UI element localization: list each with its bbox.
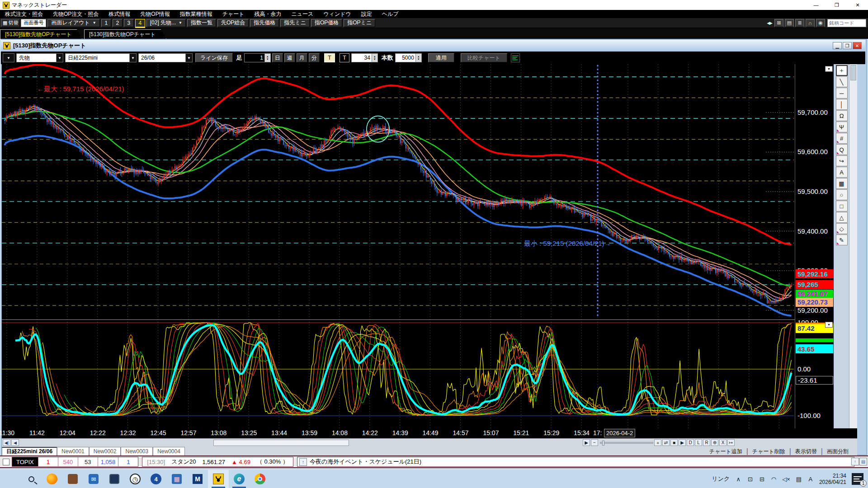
zoom-button-11[interactable]: X (719, 439, 726, 446)
zoom-button-7[interactable]: D (687, 439, 694, 446)
menu-item-2[interactable]: 先物OP注文・照会 (48, 10, 104, 18)
period-button-3[interactable]: 月 (297, 53, 307, 62)
t-param-label[interactable]: T (340, 53, 349, 62)
screen-number-1[interactable]: 1 (101, 19, 111, 27)
spinner-icon[interactable]: ▲▼ (372, 54, 377, 62)
preset-dropdown[interactable]: [02] 先物...▼ (146, 19, 186, 27)
tick-toggle-button[interactable]: T (324, 53, 335, 62)
chart-style-dropdown[interactable]: ▼ (3, 53, 14, 62)
taskbar-mail-icon[interactable]: ✉ (83, 470, 104, 488)
zoom-button-1[interactable]: ▶ (583, 439, 590, 446)
close-window-icon[interactable]: ⊠ (774, 19, 783, 27)
chart-tab-5[interactable]: New0004 (153, 447, 185, 455)
status-right-button-1[interactable]: ↑ (851, 458, 859, 465)
symbol-dropdown[interactable]: 日経225mini▼ (65, 53, 137, 62)
ellipse-tool[interactable]: ○ (836, 189, 848, 200)
workspace-tab-1[interactable]: [5130]指数先物OPチャート (0, 29, 82, 39)
line-save-button[interactable]: ライン保存 (195, 53, 233, 62)
quick-button-4[interactable]: 指先ミニ (280, 19, 310, 27)
tray-mute-icon[interactable]: ◁× (782, 476, 790, 483)
start-button[interactable] (0, 470, 21, 488)
category-dropdown[interactable]: 先物▼ (16, 53, 63, 62)
menu-item-11[interactable]: ヘルプ (377, 10, 404, 18)
tray-wifi-icon[interactable]: ◠ (770, 476, 777, 483)
status-checkbox[interactable] (3, 459, 9, 465)
taskbar-mt4-icon[interactable]: 4 (146, 470, 166, 488)
menu-item-4[interactable]: 先物OP情報 (135, 10, 175, 18)
screen-number-2[interactable]: 2 (113, 19, 123, 27)
screen-number-3[interactable]: 3 (124, 19, 134, 27)
eraser-tool[interactable]: ◇ (836, 223, 848, 234)
app-maximize-button[interactable]: ❐ (826, 0, 847, 10)
menu-item-8[interactable]: ニュース (287, 10, 319, 18)
zoom-button-6[interactable]: ▶ (679, 439, 686, 446)
window-minimize-button[interactable]: ▁ (833, 42, 842, 49)
news-up-icon[interactable]: ↑ (299, 458, 307, 466)
period-button-2[interactable]: 週 (284, 53, 295, 62)
taskbar-m-app-icon[interactable]: M (187, 470, 208, 488)
triangle-tool[interactable]: △ (836, 212, 848, 223)
chart-tab-3[interactable]: New0002 (89, 447, 121, 455)
chart-plot[interactable] (2, 64, 795, 428)
bar-interval-stepper[interactable]: 1▲▼ (244, 53, 271, 62)
workspace-tab-2[interactable]: [5130]指数先物OPチャート (84, 29, 166, 39)
chart-tab-1[interactable]: 日経225mini 26/06 (2, 447, 57, 455)
menu-item-1[interactable]: 株式注文・照会 (0, 10, 48, 18)
oscillator-scale-dropdown-icon[interactable]: ▼ (825, 322, 833, 328)
trendline-tool[interactable]: ╲ (836, 76, 848, 87)
menu-item-9[interactable]: ウィンドウ (318, 10, 356, 18)
zoom-button-12[interactable]: ↦ (727, 439, 735, 446)
quick-button-6[interactable]: 指OPミニ (344, 19, 375, 27)
scroll-back-button-1[interactable]: ◀| (3, 439, 10, 446)
tray-battery-icon[interactable]: ⊟ (759, 476, 765, 483)
bottom-link-4[interactable]: 画面分割 (825, 448, 851, 455)
app-minimize-button[interactable]: — (806, 0, 826, 10)
zoom-button-8[interactable]: L (695, 439, 702, 446)
quote-note-tool[interactable]: Q (836, 144, 848, 155)
rectangle-tool[interactable]: □ (836, 201, 848, 211)
taskbar-monex-icon[interactable] (208, 470, 229, 488)
quick-button-5[interactable]: 指OP価格 (311, 19, 342, 27)
bar-count-stepper[interactable]: 5000▲▼ (395, 53, 422, 62)
zoom-button-10[interactable]: ⊕ (711, 439, 718, 446)
taskbar-firefox-icon[interactable] (42, 470, 62, 488)
toolbar-nav-arrows-icon[interactable]: ◀▶ (767, 21, 772, 25)
quick-button-2[interactable]: 先OP総合 (217, 19, 249, 27)
bottom-link-1[interactable]: チャート追加 (707, 448, 745, 455)
grid-tool[interactable]: ▦ (836, 178, 848, 189)
zoom-slider-thumb[interactable] (602, 441, 604, 446)
news-ticker[interactable]: ↑ 今夜の海外イベント・スケジュール(21日) (297, 457, 854, 467)
vertical-line-tool[interactable]: │ (836, 99, 848, 110)
print-icon[interactable]: ≣ (795, 19, 804, 27)
switch-button[interactable]: ▦切替 (1, 19, 20, 27)
apply-button[interactable]: 適用 (428, 53, 454, 62)
zoom-button-2[interactable]: − (591, 439, 598, 446)
menu-item-7[interactable]: 残高・余力 (250, 10, 287, 18)
menu-item-3[interactable]: 株式情報 (104, 10, 135, 18)
menu-item-5[interactable]: 指数業種情報 (175, 10, 217, 18)
chart-tab-4[interactable]: New0003 (121, 447, 153, 455)
tray-ime-icon[interactable]: ▤ (796, 476, 802, 483)
status-right-button-2[interactable]: ▤ (859, 458, 867, 465)
lock-icon[interactable]: ∩ (806, 19, 815, 27)
zoom-slider[interactable] (600, 442, 653, 444)
tray-chevron-icon[interactable]: ∧ (735, 476, 741, 483)
vertical-scrollbar-thumb[interactable] (850, 65, 856, 80)
taskbar-clock[interactable]: 21:342026/04/21 (819, 473, 846, 485)
notification-icon[interactable]: 1 (852, 473, 863, 485)
compare-chart-button[interactable]: 比較チャート (461, 53, 507, 62)
taskbar-chrome-icon[interactable] (250, 470, 270, 488)
quick-button-3[interactable]: 指先価格 (250, 19, 279, 27)
quick-button-1[interactable]: 指数一覧 (187, 19, 216, 27)
menu-item-10[interactable]: 設定 (356, 10, 377, 18)
app-close-button[interactable]: ✕ (847, 0, 868, 10)
zoom-button-4[interactable]: ⇄ (662, 439, 670, 446)
screen-number-label[interactable]: 画面番号 (21, 19, 46, 27)
screen-number-4[interactable]: 4 (135, 19, 145, 27)
layout-dropdown[interactable]: 画面レイアウト▼ (47, 19, 99, 27)
search-button[interactable] (21, 470, 42, 488)
stock-code-input[interactable] (827, 19, 866, 27)
tray-link-label[interactable]: リンク (712, 475, 730, 483)
taskbar-app-grid-icon[interactable]: ▦ (166, 470, 187, 488)
cycle-line-tool[interactable]: ↪ (836, 155, 848, 166)
